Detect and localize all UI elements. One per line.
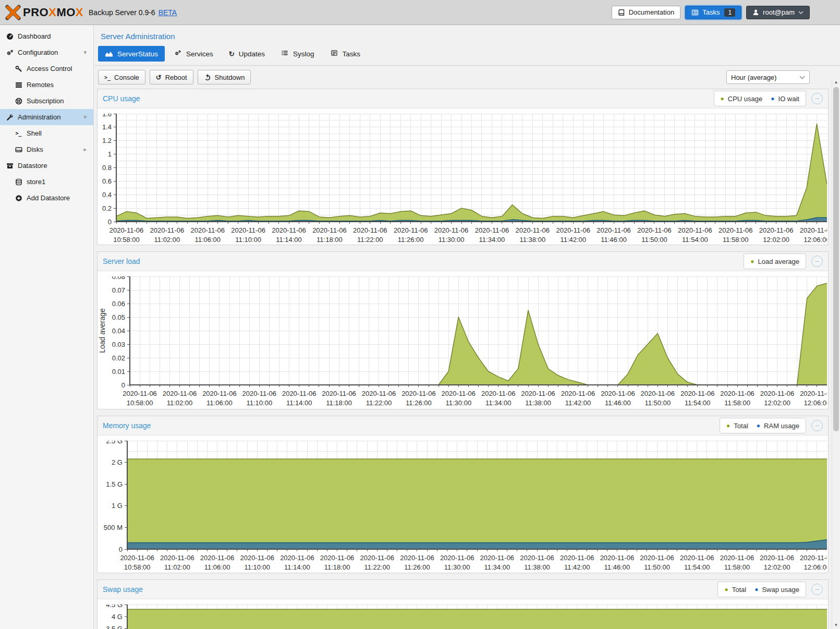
sidebar-item-disks[interactable]: Disks ▸ [0,141,93,158]
svg-text:0.06: 0.06 [112,300,125,308]
svg-text:2020-11-06: 2020-11-06 [442,390,476,397]
legend-dot-icon: ● [721,95,724,102]
legend-item[interactable]: ●CPU usage [721,95,763,103]
proxmox-x-icon [5,5,21,20]
disk-icon [14,146,23,153]
svg-text:2020-11-06: 2020-11-06 [561,390,595,397]
svg-text:0: 0 [119,546,123,553]
svg-text:12:02:00: 12:02:00 [764,563,790,571]
svg-text:2020-11-06: 2020-11-06 [120,554,154,562]
sidebar-item-subscription[interactable]: Subscription [0,93,93,109]
server-list-icon [14,81,23,89]
sidebar-item-configuration[interactable]: Configuration ▾ [0,44,93,61]
sidebar-item-add-datastore[interactable]: Add Datastore [0,190,93,206]
svg-text:11:54:00: 11:54:00 [685,399,711,407]
sidebar-item-shell[interactable]: >_ Shell [0,125,93,141]
user-menu-button[interactable]: root@pam [746,6,810,19]
sidebar-item-datastore[interactable]: Datastore [0,158,93,174]
console-button[interactable]: >_ Console [98,70,145,84]
svg-text:2020-11-06: 2020-11-06 [353,226,387,234]
collapse-arrow-icon[interactable]: ▾ [83,49,87,56]
svg-text:1: 1 [108,150,112,158]
app-title: Backup Server 0.9-6 [89,8,155,17]
tab-services[interactable]: Services [167,46,220,62]
svg-text:2020-11-06: 2020-11-06 [800,554,827,562]
svg-text:2020-11-06: 2020-11-06 [320,554,355,562]
collapse-arrow-icon[interactable]: ▾ [83,114,87,120]
svg-text:11:46:00: 11:46:00 [601,236,627,244]
key-icon [14,65,23,72]
svg-text:0.01: 0.01 [112,368,125,376]
collapse-icon[interactable]: − [811,584,823,595]
server-load-panel: Server load ●Load average − 0.080.070.06… [97,251,829,409]
reboot-button[interactable]: ↺ Reboot [150,70,193,84]
cpu-legend: ●CPU usage●IO wait [714,91,806,106]
tab-serverstatus[interactable]: ServerStatus [98,46,165,62]
svg-text:11:34:00: 11:34:00 [479,236,505,244]
svg-text:2020-11-06: 2020-11-06 [231,226,265,234]
tab-updates[interactable]: ↻ Updates [222,46,272,62]
svg-text:1.6: 1.6 [102,114,112,118]
svg-text:11:18:00: 11:18:00 [326,399,352,407]
svg-text:0.8: 0.8 [102,164,112,172]
vertical-scrollbar[interactable]: ▲ ▼ [832,78,840,629]
collapse-icon[interactable]: − [811,420,823,431]
reboot-icon: ↺ [156,74,162,81]
swap-panel-header: Swap usage ●Total●Swap usage − [98,580,828,599]
collapse-icon[interactable]: − [811,256,823,267]
sidebar-item-dashboard[interactable]: Dashboard [0,28,93,44]
refresh-icon: ↻ [229,50,235,58]
svg-text:0.05: 0.05 [112,313,125,321]
legend-item[interactable]: ●Swap usage [754,586,799,594]
svg-text:11:58:00: 11:58:00 [724,399,750,407]
legend-item[interactable]: ●IO wait [771,95,799,103]
svg-text:2020-11-06: 2020-11-06 [560,554,594,562]
shutdown-button[interactable]: Shutdown [198,70,251,84]
tab-tasks[interactable]: Tasks [323,46,368,62]
legend-dot-icon: ● [754,586,758,592]
chevron-down-icon [799,76,805,79]
documentation-button[interactable]: Documentation [612,6,680,19]
gears-icon [174,50,182,58]
beta-link[interactable]: BETA [159,8,177,17]
svg-text:2020-11-06: 2020-11-06 [760,390,795,397]
scroll-up-icon[interactable]: ▲ [832,80,840,84]
svg-text:11:50:00: 11:50:00 [644,399,671,407]
expand-arrow-icon[interactable]: ▸ [83,146,87,153]
svg-text:2020-11-06: 2020-11-06 [719,226,753,234]
legend-item[interactable]: ●Total [724,586,746,594]
cpu-panel-title: CPU usage [103,94,140,103]
legend-item[interactable]: ●Total [726,422,748,430]
legend-item[interactable]: ●Load average [750,258,799,265]
svg-text:2020-11-06: 2020-11-06 [521,390,555,397]
svg-text:2020-11-06: 2020-11-06 [282,390,316,397]
svg-text:2020-11-06: 2020-11-06 [481,390,516,397]
sidebar-item-store1[interactable]: store1 [0,174,93,190]
tasks-count-badge: 1 [724,8,735,17]
swap-usage-chart: 4.5 G4 G3.5 G2020-11-0610:58:002020-11-0… [98,604,828,629]
collapse-icon[interactable]: − [811,93,823,104]
svg-text:12:02:00: 12:02:00 [764,399,790,407]
svg-text:0.6: 0.6 [102,177,112,185]
sidebar-item-access-control[interactable]: Access Control [0,61,93,77]
svg-text:11:50:00: 11:50:00 [644,563,670,571]
sidebar-item-remotes[interactable]: Remotes [0,77,93,93]
svg-text:2020-11-06: 2020-11-06 [641,390,675,397]
gears-icon [5,49,14,56]
scroll-down-icon[interactable]: ▼ [832,623,840,627]
tab-syslog[interactable]: Syslog [274,46,321,62]
legend-dot-icon: ● [757,422,760,429]
svg-text:11:14:00: 11:14:00 [284,563,310,571]
sidebar-item-administration[interactable]: Administration ▾ [0,109,93,125]
svg-text:11:14:00: 11:14:00 [276,236,302,244]
svg-text:12:02:00: 12:02:00 [763,236,789,244]
svg-text:2020-11-06: 2020-11-06 [394,226,428,234]
scrollbar-thumb[interactable] [833,87,839,431]
svg-text:11:10:00: 11:10:00 [235,236,261,244]
tasks-button[interactable]: Tasks 1 [685,6,741,19]
svg-text:2020-11-06: 2020-11-06 [202,390,237,397]
legend-item[interactable]: ●RAM usage [757,422,799,430]
proxmox-logo[interactable]: PROXMOX [5,5,83,20]
timeframe-select[interactable]: Hour (average) [726,70,810,84]
svg-text:2020-11-06: 2020-11-06 [240,554,274,562]
